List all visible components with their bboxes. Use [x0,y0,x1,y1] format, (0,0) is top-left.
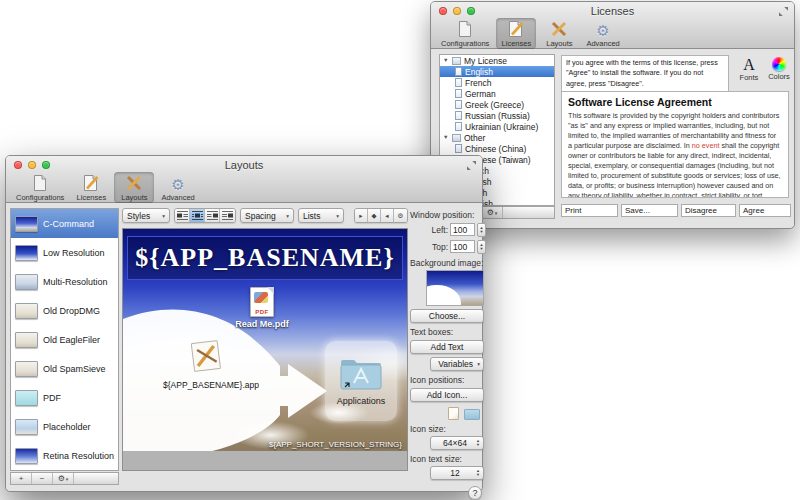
add-icon-button[interactable]: Add Icon... [410,388,484,402]
sidebar-item-pdf[interactable]: PDF [11,383,118,412]
add-layout-button[interactable]: + [11,473,32,484]
language-row[interactable]: Chinese (China) [440,143,554,154]
advanced-gear-icon: ⚙ [596,23,609,38]
layout-thumbnail [15,390,38,406]
align-center-button[interactable] [190,209,205,222]
window-left-field[interactable] [450,223,475,236]
applications-drop-target[interactable]: Applications [325,341,397,421]
direction-reverse-button[interactable]: ◂ [381,209,394,222]
fonts-button[interactable]: A Fonts [734,57,764,82]
fullscreen-icon[interactable] [467,161,476,170]
language-row[interactable]: German [440,88,554,99]
configurations-icon [32,174,48,192]
language-row[interactable]: Russian (Russia) [440,110,554,121]
styles-popup[interactable]: Styles▾ [122,208,170,223]
window-controls [14,161,50,169]
variables-popup[interactable]: Variables▾ [430,357,484,371]
help-button[interactable]: ? [468,486,482,500]
spacing-popup[interactable]: Spacing▾ [240,208,294,223]
minimize-button[interactable] [28,161,36,169]
toolbar-item-layouts[interactable]: Layouts [114,172,154,203]
close-button[interactable] [439,7,447,15]
save-button-label-field[interactable] [621,204,678,217]
app-file-item[interactable]: ${APP_BASENAME}.app [163,339,249,390]
sidebar-item-old-dropdmg[interactable]: Old DropDMG [11,296,118,325]
disclosure-triangle-icon[interactable]: ▼ [443,58,449,64]
layout-thumbnail [15,448,38,464]
license-group-row[interactable]: ▼My License [440,55,554,66]
license-prompt-field[interactable]: If you agree with the terms of this lice… [561,55,729,92]
zoom-button[interactable] [42,161,50,169]
layouts-icon [550,20,568,38]
agreement-highlight: no event [692,141,720,150]
version-text-box[interactable]: ${APP_SHORT_VERSION_STRING} [269,440,402,449]
zoom-button[interactable] [467,7,475,15]
background-image-thumbnail[interactable] [426,270,484,306]
sidebar-item-retina-resolution[interactable]: Retina Resolution [11,441,118,470]
chevron-down-icon: ▾ [162,213,165,219]
license-group-icon [452,134,461,142]
language-row[interactable]: Greek (Greece) [440,99,554,110]
fullscreen-icon[interactable] [779,7,788,16]
direction-natural-button[interactable]: ◆ [368,209,381,222]
layouts-toolbar: Configurations Licenses Layouts ⚙ Advanc… [12,172,199,203]
toolbar-item-configurations[interactable]: Configurations [437,18,493,49]
disclosure-triangle-icon[interactable]: ▼ [443,135,449,141]
toolbar-item-advanced[interactable]: ⚙ Advanced [157,175,198,203]
gear-icon: ⚙ [58,474,65,483]
sidebar-item-old-eaglefiler[interactable]: Old EagleFiler [11,325,118,354]
text-options-menu-button[interactable]: ⚙ [394,209,407,222]
lists-popup[interactable]: Lists▾ [298,208,344,223]
minimize-button[interactable] [453,7,461,15]
applications-folder-mini-icon[interactable] [464,409,480,420]
language-row[interactable]: French [440,77,554,88]
sidebar-item-old-spamsieve[interactable]: Old SpamSieve [11,354,118,383]
icon-text-size-popup[interactable]: 12▲▼ [430,466,484,480]
layout-preview-canvas[interactable]: ${APP_BASENAME} PDF Read Me.pdf ${APP_BA… [122,228,408,471]
toolbar-item-licenses[interactable]: Licenses [496,18,536,49]
app-mini-icon[interactable] [448,407,459,420]
align-right-button[interactable] [205,209,220,222]
sidebar-item-c-command[interactable]: C-Command [11,209,118,238]
sidebar-item-multi-resolution[interactable]: Multi-Resolution [11,267,118,296]
align-left-button[interactable] [175,209,190,222]
license-group-row[interactable]: ▼Other [440,132,554,143]
document-icon [455,100,462,109]
align-center-icon [192,211,203,220]
disagree-button-label-field[interactable] [681,204,736,217]
placed-icons-row [410,406,480,420]
layouts-content: C-Command Low Resolution Multi-Resolutio… [6,203,482,491]
readme-file-item[interactable]: PDF Read Me.pdf [230,287,294,329]
sidebar-item-placeholder[interactable]: Placeholder [11,412,118,441]
banner-text-box[interactable]: ${APP_BASENAME} [127,236,403,280]
align-justify-button[interactable] [220,209,235,222]
toolbar-item-advanced[interactable]: ⚙ Advanced [582,21,623,49]
document-icon [455,122,462,131]
window-top-field[interactable] [450,240,475,253]
toolbar-item-licenses[interactable]: Licenses [71,172,111,203]
app-icon [185,339,227,375]
layout-action-menu-button[interactable]: ⚙▾ [53,473,74,484]
top-stepper[interactable]: ▲▼ [477,240,486,254]
agree-button-label-field[interactable] [739,204,791,217]
chevron-down-icon: ▾ [336,213,339,219]
choose-background-button[interactable]: Choose... [410,309,484,323]
sidebar-item-low-resolution[interactable]: Low Resolution [11,238,118,267]
language-row-selected[interactable]: English [440,66,554,77]
add-text-button[interactable]: Add Text [410,340,484,354]
toolbar-item-layouts[interactable]: Layouts [539,18,579,49]
language-row[interactable]: Ukrainian (Ukraine) [440,121,554,132]
close-button[interactable] [14,161,22,169]
direction-forward-button[interactable]: ▸ [355,209,368,222]
remove-layout-button[interactable]: − [32,473,53,484]
licenses-content: ▼My License English French German Greek … [431,49,794,228]
toolbar-item-configurations[interactable]: Configurations [12,172,68,203]
icon-size-popup[interactable]: 64×64▲▼ [430,436,484,450]
colors-button[interactable]: Colors [764,57,794,81]
layouts-sidebar-list[interactable]: C-Command Low Resolution Multi-Resolutio… [10,208,119,471]
window-title: Layouts [225,159,264,171]
left-stepper[interactable]: ▲▼ [477,223,486,237]
document-icon [455,111,462,120]
print-button-label-field[interactable] [561,204,618,217]
license-agreement-editor[interactable]: Software License Agreement This software… [561,91,789,198]
